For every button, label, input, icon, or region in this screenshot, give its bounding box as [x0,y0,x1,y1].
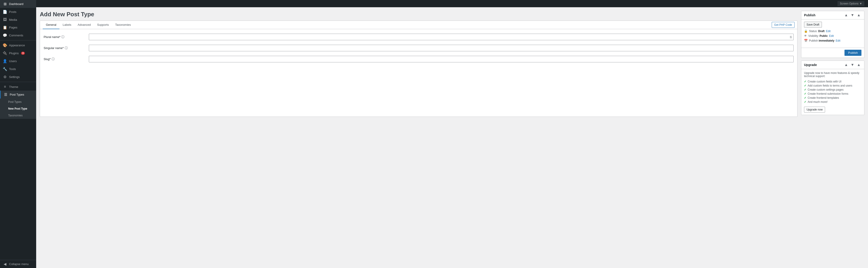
collapse-menu-button[interactable]: ◀ Collapse menu [0,260,36,268]
sidebar-item-plugins[interactable]: 🔌 Plugins 3 [0,49,36,57]
visibility-edit-link[interactable]: Edit [829,34,834,37]
sidebar-item-label: Tools [9,67,16,71]
publish-button[interactable]: Publish [844,50,862,56]
publish-time-edit-link[interactable]: Edit [836,39,840,42]
sidebar-item-comments[interactable]: 💬 Comments [0,31,36,39]
singular-name-input-wrap [89,45,794,51]
sidebar-item-label: Dashboard [9,2,24,6]
sidebar-item-label: Comments [9,34,23,37]
upgrade-panel-title: Upgrade [804,63,817,67]
page-title-area: Add New Post Type [40,11,798,18]
sidebar-item-theme[interactable]: ≡ Theme [0,83,36,91]
upgrade-panel-body: Upgrade now to have more features & spee… [801,69,864,115]
sidebar-item-label: Users [9,60,17,63]
sidebar-item-pages[interactable]: 📋 Pages [0,24,36,31]
plural-name-info-icon[interactable]: ⓘ [61,35,64,39]
topbar: Screen Options ▼ [36,0,868,7]
users-icon: 👤 [3,59,7,63]
right-sidebar: Publish ▲ ▼ ▲ Save Draft 🔒 Status: Draft… [801,11,864,115]
form-body: Plural name* ⓘ ⎘ Singular name* ⓘ [40,29,797,116]
tabs-header: General Labels Advanced Supports Taxonom… [40,21,797,29]
sidebar-item-dashboard[interactable]: ⊞ Dashboard [0,0,36,8]
main-area: Screen Options ▼ Add New Post Type Gener… [36,0,868,268]
post-types-icon: ☰ [3,93,8,97]
publish-panel-pin[interactable]: ▲ [856,13,862,18]
sidebar-item-label: Post Types [10,93,24,96]
visibility-row: 👁 Visibility: Public Edit [804,34,862,37]
plugins-badge: 3 [21,52,25,55]
singular-name-label: Singular name* ⓘ [43,46,89,50]
sidebar-item-label: Media [9,18,17,22]
sidebar-divider-2 [0,82,36,82]
sidebar-item-post-types[interactable]: ☰ Post Types [0,91,36,99]
collapse-label: Collapse menu [9,262,29,266]
upgrade-feature-3: Create custom settings pages [804,88,862,92]
singular-name-input[interactable] [89,45,794,51]
tab-advanced[interactable]: Advanced [74,21,94,29]
status-edit-link[interactable]: Edit [826,30,831,33]
publish-panel-footer: Publish [801,48,864,58]
upgrade-feature-6: And much more! [804,100,862,104]
upgrade-panel-collapse-up[interactable]: ▲ [843,63,849,67]
tabs-container: General Labels Advanced Supports Taxonom… [40,21,798,117]
publish-panel-controls: ▲ ▼ ▲ [843,13,862,18]
upgrade-panel-pin[interactable]: ▲ [856,63,862,67]
status-icon: 🔒 [804,29,808,33]
tab-supports[interactable]: Supports [94,21,112,29]
sidebar-item-users[interactable]: 👤 Users [0,57,36,65]
sidebar-item-posts[interactable]: 📄 Posts [0,8,36,16]
sidebar-item-appearance[interactable]: 🎨 Appearance [0,41,36,49]
sidebar-item-post-types-sub[interactable]: Post Types [0,99,36,105]
slug-input-wrap [89,56,794,62]
sidebar-item-media[interactable]: 🖼 Media [0,16,36,24]
publish-panel-header: Publish ▲ ▼ ▲ [801,11,864,20]
posts-icon: 📄 [3,10,7,14]
sidebar-item-settings[interactable]: ⚙ Settings [0,73,36,81]
upgrade-panel: Upgrade ▲ ▼ ▲ Upgrade now to have more f… [801,61,864,115]
upgrade-panel-header: Upgrade ▲ ▼ ▲ [801,61,864,69]
sidebar-item-label: Pages [9,26,18,29]
publish-panel-collapse-up[interactable]: ▲ [843,13,849,18]
upgrade-panel-collapse-down[interactable]: ▼ [850,63,855,67]
appearance-icon: 🎨 [3,43,7,47]
upgrade-now-button[interactable]: Upgrade now [804,107,825,112]
sidebar-item-label: Posts [9,10,17,13]
status-row: 🔒 Status: Draft Edit [804,29,862,33]
form-row-slug: Slug* ⓘ [43,56,794,62]
tab-general[interactable]: General [43,21,59,29]
save-draft-button[interactable]: Save Draft [804,22,822,28]
visibility-icon: 👁 [804,34,807,37]
slug-info-icon[interactable]: ⓘ [52,57,55,61]
publish-time-row: 📅 Publish immediately Edit [804,39,862,42]
upgrade-panel-controls: ▲ ▼ ▲ [843,63,862,67]
upgrade-feature-4: Create frontend submission forms [804,92,862,96]
tab-labels[interactable]: Labels [59,21,74,29]
plural-name-input[interactable] [89,34,794,40]
page-title: Add New Post Type [40,11,798,18]
singular-name-info-icon[interactable]: ⓘ [65,46,68,50]
upgrade-feature-5: Create frontend templates [804,96,862,100]
get-php-code-button[interactable]: Get PHP Code [772,22,795,28]
tab-taxonomies[interactable]: Taxonomies [112,21,134,29]
slug-input[interactable] [89,56,794,62]
main-panel: Add New Post Type General Labels Advance… [40,11,798,117]
sidebar-item-taxonomies[interactable]: Taxonomies [0,112,36,119]
theme-icon: ≡ [3,85,7,89]
sidebar-item-tools[interactable]: 🔧 Tools [0,65,36,73]
form-row-plural: Plural name* ⓘ ⎘ [43,34,794,40]
upgrade-feature-2: Add custom fields to terms and users [804,83,862,88]
content-wrapper: Add New Post Type General Labels Advance… [36,7,868,268]
publish-panel-collapse-down[interactable]: ▼ [850,13,855,18]
sidebar-item-new-post-type[interactable]: New Post Type [0,105,36,112]
submenu-label: Post Types [8,100,22,103]
sidebar-submenu-post-types: Post Types New Post Type Taxonomies [0,99,36,119]
calendar-icon: 📅 [804,39,808,42]
slug-label: Slug* ⓘ [43,57,89,61]
collapse-icon: ◀ [3,262,7,266]
screen-options-button[interactable]: Screen Options ▼ [837,1,864,6]
sidebar: ⊞ Dashboard 📄 Posts 🖼 Media 📋 Pages 💬 Co… [0,0,36,268]
screen-options-label: Screen Options [840,2,859,5]
publish-info: 🔒 Status: Draft Edit 👁 Visibility: Publi… [804,28,862,45]
tabs-actions: Get PHP Code [772,22,795,28]
sidebar-item-label: Plugins [9,52,19,55]
